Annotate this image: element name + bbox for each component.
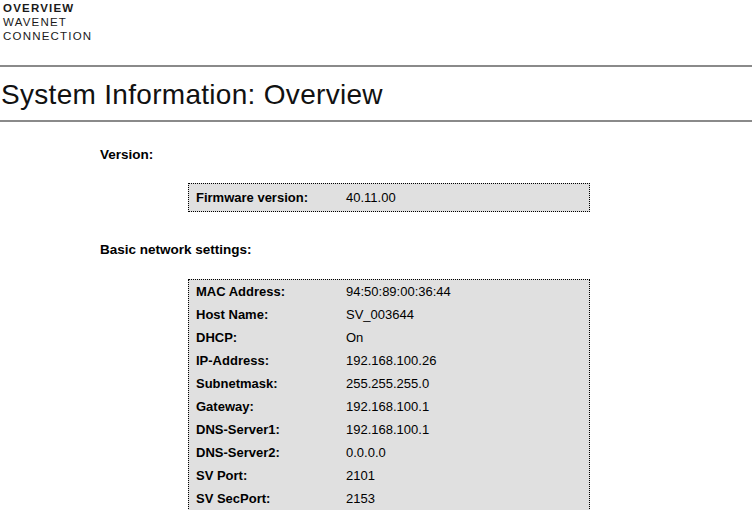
row-label: SV Port: (189, 464, 339, 487)
row-label: Subnetmask: (189, 372, 339, 395)
row-value: On (339, 326, 589, 349)
row-label: Firmware version: (189, 184, 339, 211)
table-row: SV Port: 2101 (189, 464, 589, 487)
row-label: Host Name: (189, 303, 339, 326)
row-value: 192.168.100.1 (339, 395, 589, 418)
row-value: 192.168.100.26 (339, 349, 589, 372)
table-row: Subnetmask: 255.255.255.0 (189, 372, 589, 395)
row-value: 2153 (339, 487, 589, 510)
row-label: IP-Address: (189, 349, 339, 372)
section-heading-version: Version: (100, 147, 752, 162)
nav-link-wavenet[interactable]: WAVENET (3, 15, 752, 29)
table-row: DNS-Server1: 192.168.100.1 (189, 418, 589, 441)
row-label: DNS-Server1: (189, 418, 339, 441)
title-divider-top (0, 65, 752, 67)
nav-link-connection[interactable]: CONNECTION (3, 29, 752, 43)
table-row: IP-Address: 192.168.100.26 (189, 349, 589, 372)
table-row: Firmware version: 40.11.00 (189, 184, 589, 211)
row-value: 94:50:89:00:36:44 (339, 280, 589, 303)
table-row: Gateway: 192.168.100.1 (189, 395, 589, 418)
network-settings-table: MAC Address: 94:50:89:00:36:44 Host Name… (188, 279, 590, 510)
table-row: SV SecPort: 2153 (189, 487, 589, 510)
row-label: MAC Address: (189, 280, 339, 303)
row-label: SV SecPort: (189, 487, 339, 510)
row-value: 40.11.00 (339, 184, 589, 211)
table-row: DNS-Server2: 0.0.0.0 (189, 441, 589, 464)
page: OVERVIEW WAVENET CONNECTION System Infor… (0, 0, 752, 510)
top-navigation: OVERVIEW WAVENET CONNECTION (0, 0, 752, 43)
row-value: 255.255.255.0 (339, 372, 589, 395)
version-table: Firmware version: 40.11.00 (188, 183, 590, 212)
table-row: MAC Address: 94:50:89:00:36:44 (189, 280, 589, 303)
table-row: Host Name: SV_003644 (189, 303, 589, 326)
row-value: 192.168.100.1 (339, 418, 589, 441)
row-value: SV_003644 (339, 303, 589, 326)
row-label: DNS-Server2: (189, 441, 339, 464)
section-heading-network: Basic network settings: (100, 242, 752, 257)
table-row: DHCP: On (189, 326, 589, 349)
row-value: 0.0.0.0 (339, 441, 589, 464)
nav-link-overview[interactable]: OVERVIEW (3, 1, 752, 15)
row-label: Gateway: (189, 395, 339, 418)
row-label: DHCP: (189, 326, 339, 349)
title-divider-bottom (0, 120, 752, 122)
row-value: 2101 (339, 464, 589, 487)
page-title: System Information: Overview (1, 78, 752, 111)
